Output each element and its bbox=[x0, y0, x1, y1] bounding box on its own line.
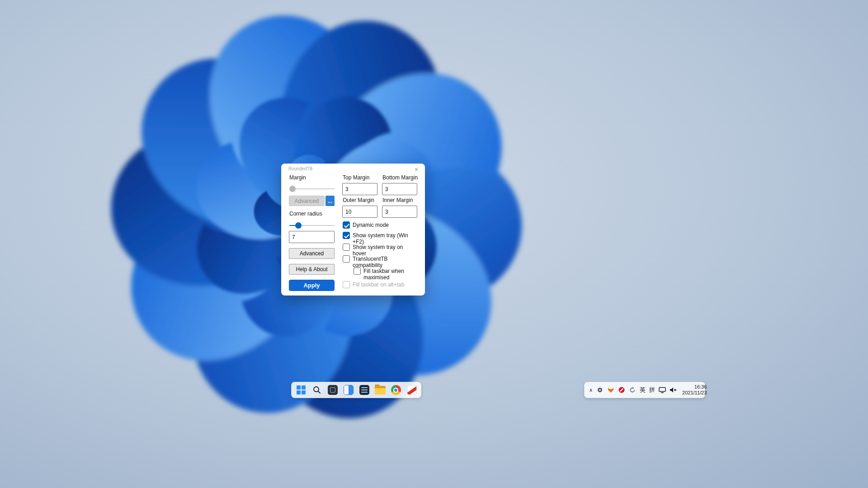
bottom-margin-label: Bottom Margin bbox=[382, 174, 418, 181]
dynamic-mode-label: Dynamic mode bbox=[353, 222, 414, 228]
desktop-wallpaper bbox=[0, 0, 868, 488]
advanced-button[interactable]: Advanced bbox=[289, 248, 335, 259]
checkbox-row-translucenttb: TranslucentTB compatibility bbox=[343, 255, 414, 268]
notepad-button[interactable] bbox=[359, 385, 370, 395]
close-icon[interactable]: × bbox=[412, 165, 420, 174]
margin-more-button[interactable]: ... bbox=[326, 196, 335, 206]
notepad-icon bbox=[359, 385, 369, 395]
file-explorer-button[interactable] bbox=[375, 385, 386, 395]
volume-mute-icon[interactable] bbox=[670, 386, 677, 394]
show-tray-on-hover-checkbox[interactable] bbox=[343, 244, 350, 251]
show-system-tray-checkbox[interactable] bbox=[343, 232, 350, 239]
help-about-button[interactable]: Help & About bbox=[289, 264, 335, 275]
checkbox-row-fill-maximised: Fill taskbar when maximised bbox=[354, 267, 425, 281]
apply-button[interactable]: Apply bbox=[289, 280, 335, 291]
corner-radius-label: Corner radius bbox=[289, 211, 322, 217]
task-view-icon bbox=[328, 385, 338, 395]
clock[interactable]: 16:36 2021/11/23 bbox=[682, 384, 707, 396]
checkbox-row-dynamic-mode: Dynamic mode bbox=[343, 221, 414, 229]
window-title: RoundedTB bbox=[288, 166, 312, 171]
top-margin-label: Top Margin bbox=[343, 174, 369, 181]
gear-icon[interactable] bbox=[596, 386, 604, 394]
chrome-button[interactable] bbox=[391, 385, 401, 395]
blocked-icon[interactable] bbox=[618, 386, 625, 394]
fill-taskbar-maximised-label: Fill taskbar when maximised bbox=[363, 268, 425, 281]
outer-margin-label: Outer Margin bbox=[343, 197, 374, 203]
fox-icon[interactable] bbox=[607, 386, 614, 394]
margin-label: Margin bbox=[289, 174, 306, 181]
fill-taskbar-alttab-checkbox[interactable] bbox=[343, 281, 350, 288]
translucenttb-compat-label: TranslucentTB compatibility bbox=[353, 256, 414, 268]
outer-margin-input[interactable] bbox=[342, 206, 377, 218]
taskbar-center-segment bbox=[291, 382, 421, 398]
monitor-icon[interactable] bbox=[659, 386, 666, 394]
inner-margin-label: Inner Margin bbox=[382, 197, 413, 203]
task-view-button[interactable] bbox=[327, 385, 338, 395]
chrome-icon bbox=[391, 385, 401, 395]
show-tray-on-hover-label: Show system tray on hover bbox=[353, 244, 414, 257]
translucenttb-compat-checkbox[interactable] bbox=[343, 255, 350, 263]
corner-radius-input[interactable] bbox=[289, 231, 335, 243]
margin-slider-thumb[interactable] bbox=[289, 186, 296, 192]
advanced-margin-button[interactable]: Advanced bbox=[289, 196, 325, 206]
corner-radius-slider-thumb[interactable] bbox=[295, 222, 302, 229]
clock-time: 16:36 bbox=[682, 384, 707, 390]
checkbox-row-show-tray: Show system tray (Win +F2) bbox=[343, 232, 414, 245]
roundedtb-setup-button[interactable] bbox=[406, 385, 417, 395]
checkbox-row-tray-hover: Show system tray on hover bbox=[343, 244, 414, 257]
bottom-margin-input[interactable] bbox=[382, 183, 417, 195]
roundedtb-window-button[interactable] bbox=[343, 385, 354, 395]
top-margin-input[interactable] bbox=[342, 183, 377, 195]
fill-taskbar-alttab-label: Fill taskbar on alt+tab bbox=[353, 282, 414, 288]
dynamic-mode-checkbox[interactable] bbox=[343, 221, 350, 229]
folder-icon bbox=[375, 386, 386, 394]
windows-logo-icon bbox=[297, 385, 306, 394]
start-button[interactable] bbox=[296, 385, 307, 395]
roundedtb-window: RoundedTB × Margin Advanced ... Corner r… bbox=[281, 164, 425, 296]
margin-slider[interactable] bbox=[289, 186, 335, 192]
ime-mode-indicator[interactable]: 拼 bbox=[649, 386, 655, 394]
window-split-icon bbox=[344, 385, 354, 395]
roundedtb-icon bbox=[407, 385, 417, 395]
system-tray-segment: ∧ 英 拼 bbox=[584, 382, 705, 398]
checkbox-row-fill-alttab: Fill taskbar on alt+tab bbox=[343, 281, 414, 288]
search-button[interactable] bbox=[311, 385, 322, 395]
corner-radius-slider[interactable] bbox=[289, 222, 335, 229]
sync-icon[interactable] bbox=[629, 386, 636, 394]
ime-language-indicator[interactable]: 英 bbox=[640, 386, 646, 394]
fill-taskbar-maximised-checkbox[interactable] bbox=[354, 267, 361, 275]
margin-slider-track bbox=[289, 188, 335, 189]
inner-margin-input[interactable] bbox=[382, 206, 417, 218]
show-system-tray-label: Show system tray (Win +F2) bbox=[353, 232, 414, 245]
tray-chevron-up-icon[interactable]: ∧ bbox=[589, 387, 593, 393]
clock-date: 2021/11/23 bbox=[682, 390, 707, 396]
search-icon bbox=[312, 385, 321, 394]
